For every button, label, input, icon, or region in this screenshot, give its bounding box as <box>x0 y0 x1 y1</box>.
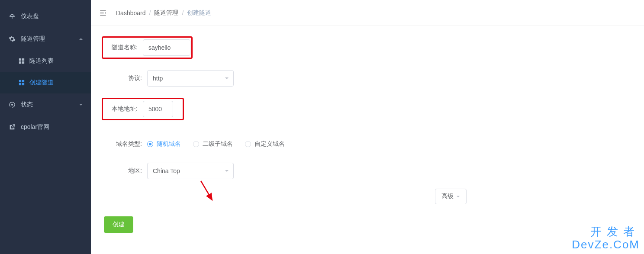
tunnel-name-label: 隧道名称: <box>104 44 143 51</box>
svg-rect-1 <box>22 58 24 61</box>
create-button[interactable]: 创建 <box>104 216 133 233</box>
radio-label: 自定义域名 <box>254 140 285 148</box>
sidebar-item-cpolar-site[interactable]: cpolar官网 <box>0 116 91 138</box>
local-addr-input[interactable] <box>143 101 173 117</box>
region-select[interactable]: China Top <box>147 163 234 179</box>
breadcrumb-sep: / <box>149 10 151 16</box>
radio-dot-icon <box>245 141 251 147</box>
protocol-select[interactable]: http <box>147 70 234 87</box>
svg-rect-4 <box>19 80 21 82</box>
sidebar-item-dashboard[interactable]: 仪表盘 <box>0 5 91 28</box>
chevron-down-icon <box>79 101 83 108</box>
sidebar-label: 隧道列表 <box>29 57 54 65</box>
tunnel-name-input[interactable] <box>143 39 190 56</box>
radio-custom-domain[interactable]: 自定义域名 <box>245 140 285 148</box>
region-label: 地区: <box>104 167 147 175</box>
svg-rect-5 <box>22 80 24 82</box>
topbar: Dashboard / 隧道管理 / 创建隧道 <box>91 0 644 26</box>
row-tunnel-name: 隧道名称: <box>102 36 193 59</box>
svg-rect-7 <box>22 83 24 85</box>
sidebar: 仪表盘 隧道管理 隧道列表 创建隧道 状态 <box>0 0 91 254</box>
breadcrumb-tunnel-mgmt[interactable]: 隧道管理 <box>154 9 178 17</box>
sidebar-label: 隧道管理 <box>21 35 45 43</box>
domain-type-label: 域名类型: <box>104 140 147 148</box>
menu-toggle-icon[interactable] <box>99 9 107 17</box>
sidebar-label: 仪表盘 <box>21 13 39 20</box>
row-protocol: 协议: http <box>104 70 631 87</box>
advanced-button[interactable]: 高级 <box>435 189 467 204</box>
chevron-up-icon <box>79 35 83 42</box>
row-region: 地区: China Top <box>104 163 631 179</box>
sidebar-item-status[interactable]: 状态 <box>0 93 91 116</box>
svg-rect-2 <box>19 61 21 64</box>
breadcrumb: Dashboard / 隧道管理 / 创建隧道 <box>116 9 211 17</box>
radio-dot-icon <box>147 141 153 147</box>
external-link-icon <box>8 124 16 131</box>
row-local-addr: 本地地址: <box>102 98 184 120</box>
radio-label: 二级子域名 <box>203 140 233 148</box>
grid-icon <box>18 80 25 86</box>
grid-icon <box>18 58 25 64</box>
radio-subdomain[interactable]: 二级子域名 <box>193 140 233 148</box>
sidebar-label: 状态 <box>21 101 33 109</box>
domain-type-radio-group: 随机域名 二级子域名 自定义域名 <box>147 140 285 148</box>
svg-rect-3 <box>22 61 24 64</box>
sidebar-item-tunnel-list[interactable]: 隧道列表 <box>0 50 91 72</box>
radio-label: 随机域名 <box>157 140 181 148</box>
sidebar-item-create-tunnel[interactable]: 创建隧道 <box>0 72 91 93</box>
row-domain-type: 域名类型: 随机域名 二级子域名 自定义域名 <box>104 140 631 148</box>
breadcrumb-current: 创建隧道 <box>187 9 211 17</box>
sidebar-label: cpolar官网 <box>21 123 49 131</box>
protocol-label: 协议: <box>104 74 147 82</box>
status-icon <box>8 101 16 108</box>
protocol-value: http <box>153 75 163 82</box>
gear-icon <box>8 35 16 42</box>
breadcrumb-dashboard[interactable]: Dashboard <box>116 10 146 16</box>
region-value: China Top <box>153 167 180 174</box>
breadcrumb-sep: / <box>182 10 184 16</box>
dashboard-icon <box>8 13 16 20</box>
main-content: Dashboard / 隧道管理 / 创建隧道 隧道名称: 协议: http <box>91 0 644 254</box>
radio-random-domain[interactable]: 随机域名 <box>147 140 181 148</box>
caret-down-icon <box>456 193 460 200</box>
chevron-down-icon <box>225 167 229 174</box>
local-addr-label: 本地地址: <box>104 105 143 113</box>
sidebar-label: 创建隧道 <box>29 79 54 87</box>
svg-rect-6 <box>19 83 21 85</box>
radio-dot-icon <box>193 141 199 147</box>
create-btn-label: 创建 <box>113 221 125 228</box>
advanced-label: 高级 <box>441 193 454 200</box>
svg-point-8 <box>11 104 13 106</box>
sidebar-item-tunnel-mgmt[interactable]: 隧道管理 <box>0 28 91 50</box>
svg-rect-0 <box>19 58 21 61</box>
chevron-down-icon <box>225 75 229 82</box>
